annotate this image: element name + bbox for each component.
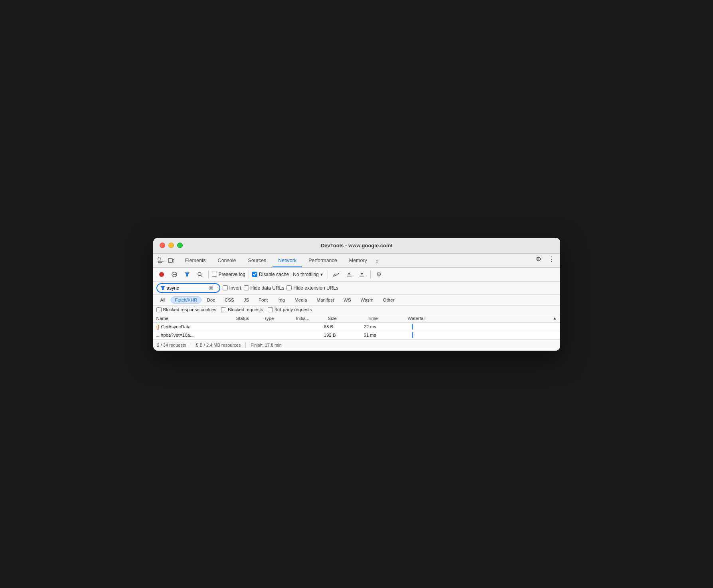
- svg-point-9: [198, 272, 201, 276]
- network-toolbar: Preserve log Disable cache No throttling…: [153, 268, 560, 282]
- type-btn-fetch-xhr[interactable]: Fetch/XHR: [171, 296, 201, 304]
- svg-line-10: [201, 275, 202, 277]
- filter-input[interactable]: [167, 285, 207, 291]
- svg-marker-12: [348, 272, 351, 274]
- type-btn-all[interactable]: All: [156, 296, 170, 304]
- waterfall-bar-1: [412, 332, 413, 338]
- type-btn-js[interactable]: JS: [240, 296, 253, 304]
- maximize-button[interactable]: [177, 243, 183, 248]
- type-btn-wasm[interactable]: Wasm: [357, 296, 377, 304]
- row-name-0: {} GetAsyncData: [156, 324, 232, 330]
- svg-rect-13: [359, 276, 364, 276]
- svg-marker-14: [360, 273, 363, 275]
- tab-performance[interactable]: Performance: [303, 255, 343, 267]
- status-divider-2: [245, 342, 246, 348]
- type-btn-doc[interactable]: Doc: [203, 296, 219, 304]
- blocked-response-cookies-checkbox[interactable]: Blocked response cookies: [156, 307, 217, 312]
- col-header-status[interactable]: Status: [236, 316, 264, 321]
- export-icon[interactable]: [357, 269, 367, 280]
- preserve-log-input[interactable]: [212, 272, 217, 277]
- svg-point-5: [159, 272, 164, 277]
- row-time-0: 22 ms: [364, 324, 404, 329]
- tab-bar-right: ⚙ ⋮: [533, 254, 557, 267]
- hide-data-urls-checkbox[interactable]: Hide data URLs: [244, 285, 284, 291]
- search-icon[interactable]: [195, 269, 205, 280]
- stop-recording-button[interactable]: [156, 269, 167, 280]
- tab-memory[interactable]: Memory: [344, 255, 373, 267]
- filter-input-wrap: ⊗: [156, 283, 220, 293]
- invert-input[interactable]: [223, 285, 228, 290]
- table-row[interactable]: □ hpba?vet=10a... 192 B 51 ms: [153, 331, 560, 339]
- type-btn-img[interactable]: Img: [273, 296, 289, 304]
- type-btn-font[interactable]: Font: [255, 296, 272, 304]
- more-tabs-button[interactable]: »: [373, 255, 381, 267]
- tab-network[interactable]: Network: [273, 255, 302, 267]
- type-btn-other[interactable]: Other: [379, 296, 399, 304]
- col-header-time[interactable]: Time: [368, 316, 408, 321]
- row-name-1: □ hpba?vet=10a...: [156, 332, 232, 338]
- status-bar: 2 / 34 requests 5 B / 2.4 MB resources F…: [153, 339, 560, 351]
- hide-extension-urls-checkbox[interactable]: Hide extension URLs: [286, 285, 338, 291]
- type-btn-ws[interactable]: WS: [340, 296, 355, 304]
- row-waterfall-1: [404, 332, 557, 338]
- network-conditions-icon[interactable]: [331, 269, 342, 280]
- transferred-size: 5 B / 2.4 MB resources: [196, 343, 241, 347]
- col-header-name[interactable]: Name: [156, 316, 236, 321]
- network-table: {} GetAsyncData 68 B 22 ms □ hpba?ve: [153, 323, 560, 339]
- preserve-log-checkbox[interactable]: Preserve log: [212, 272, 245, 277]
- row-size-0: 68 B: [324, 324, 364, 329]
- inspect-icon[interactable]: [156, 256, 165, 265]
- throttle-arrow-icon: ▾: [320, 272, 323, 277]
- filter-bar: ⊗ Invert Hide data URLs Hide extension U…: [153, 282, 560, 295]
- waterfall-bar-0: [412, 324, 413, 330]
- svg-rect-2: [158, 262, 162, 263]
- more-options-icon[interactable]: ⋮: [546, 254, 557, 265]
- blocked-requests-checkbox[interactable]: Blocked requests: [221, 307, 263, 312]
- tab-sources[interactable]: Sources: [242, 255, 272, 267]
- type-btn-css[interactable]: CSS: [221, 296, 238, 304]
- table-row[interactable]: {} GetAsyncData 68 B 22 ms: [153, 323, 560, 331]
- tab-bar: Elements Console Sources Network Perform…: [153, 254, 560, 268]
- type-btn-media[interactable]: Media: [290, 296, 311, 304]
- tab-console[interactable]: Console: [212, 255, 242, 267]
- status-divider: [191, 342, 191, 348]
- network-panel: Preserve log Disable cache No throttling…: [153, 268, 560, 351]
- disable-cache-input[interactable]: [252, 272, 257, 277]
- disable-cache-checkbox[interactable]: Disable cache: [252, 272, 289, 277]
- doc-icon: □: [156, 332, 159, 338]
- device-icon[interactable]: [167, 256, 176, 265]
- hide-data-urls-input[interactable]: [244, 285, 249, 290]
- col-header-waterfall[interactable]: Waterfall ▲: [408, 316, 557, 321]
- col-header-initiator[interactable]: Initia...: [296, 316, 328, 321]
- filter-icon[interactable]: [182, 269, 192, 280]
- tab-bar-icons: [156, 256, 176, 267]
- close-button[interactable]: [160, 243, 165, 248]
- network-settings-icon[interactable]: ⚙: [374, 269, 384, 280]
- clear-button[interactable]: [169, 269, 180, 280]
- sort-arrow-icon: ▲: [553, 316, 557, 320]
- type-btn-manifest[interactable]: Manifest: [313, 296, 338, 304]
- blocked-requests-input[interactable]: [221, 307, 226, 312]
- import-icon[interactable]: [344, 269, 354, 280]
- col-header-type[interactable]: Type: [264, 316, 296, 321]
- table-header: Name Status Type Initia... Size Time Wat…: [153, 314, 560, 323]
- svg-rect-3: [168, 258, 172, 262]
- hide-extension-urls-input[interactable]: [286, 285, 292, 290]
- minimize-button[interactable]: [168, 243, 174, 248]
- blocked-cookies-input[interactable]: [156, 307, 162, 312]
- row-time-1: 51 ms: [364, 333, 404, 337]
- tab-elements[interactable]: Elements: [180, 255, 211, 267]
- requests-count: 2 / 34 requests: [157, 343, 186, 347]
- col-header-size[interactable]: Size: [328, 316, 368, 321]
- title-bar: DevTools - www.google.com/: [153, 238, 560, 254]
- filter-clear-button[interactable]: ⊗: [208, 285, 213, 291]
- throttle-select[interactable]: No throttling ▾: [291, 271, 324, 278]
- svg-rect-4: [173, 259, 174, 262]
- invert-checkbox[interactable]: Invert: [223, 285, 241, 291]
- toolbar-divider-4: [370, 270, 371, 278]
- third-party-requests-checkbox[interactable]: 3rd-party requests: [268, 307, 312, 312]
- row-size-1: 192 B: [324, 333, 364, 337]
- third-party-input[interactable]: [268, 307, 273, 312]
- svg-rect-11: [347, 276, 352, 276]
- settings-icon[interactable]: ⚙: [533, 254, 544, 265]
